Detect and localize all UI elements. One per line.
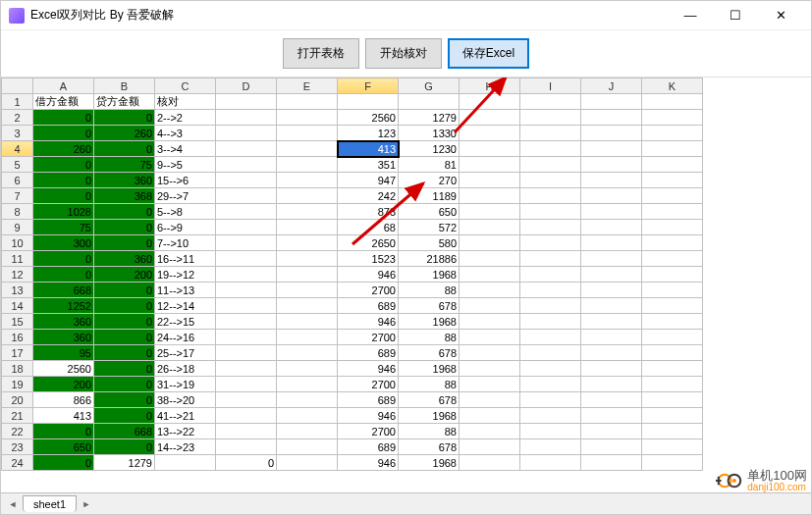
cell[interactable]: 12-->14 (155, 298, 216, 314)
cell[interactable] (642, 345, 703, 361)
cell[interactable] (277, 424, 338, 439)
cell[interactable] (520, 220, 581, 235)
cell[interactable] (460, 141, 520, 157)
row-header[interactable]: 1 (2, 94, 33, 110)
row-header[interactable]: 15 (2, 314, 33, 330)
row-header[interactable]: 22 (2, 424, 33, 439)
cell[interactable] (520, 126, 581, 141)
cell[interactable]: 200 (94, 267, 155, 283)
cell[interactable]: 0 (94, 235, 155, 251)
cell[interactable]: 0 (33, 157, 94, 173)
cell[interactable] (277, 94, 338, 110)
cell[interactable]: 15-->6 (155, 173, 216, 188)
cell[interactable] (155, 455, 216, 471)
cell[interactable]: 351 (338, 157, 399, 173)
cell[interactable] (581, 157, 642, 173)
cell[interactable]: 0 (94, 298, 155, 314)
cell[interactable]: 0 (94, 345, 155, 361)
cell[interactable] (277, 110, 338, 126)
cell[interactable]: 4-->3 (155, 126, 216, 141)
cell[interactable]: 22-->15 (155, 314, 216, 330)
cell[interactable] (216, 314, 277, 330)
cell[interactable] (216, 377, 277, 392)
cell[interactable] (216, 392, 277, 408)
cell[interactable]: 1279 (94, 455, 155, 471)
cell[interactable]: 668 (33, 283, 94, 298)
cell[interactable]: 678 (399, 298, 460, 314)
cell[interactable] (642, 173, 703, 188)
cell[interactable] (520, 439, 581, 455)
cell[interactable] (216, 235, 277, 251)
row-header[interactable]: 23 (2, 439, 33, 455)
cell[interactable]: 81 (399, 157, 460, 173)
row-header[interactable]: 18 (2, 361, 33, 377)
cell[interactable] (216, 361, 277, 377)
cell[interactable] (460, 204, 520, 220)
cell[interactable]: 核对 (155, 94, 216, 110)
cell[interactable]: 1189 (399, 188, 460, 204)
cell[interactable]: 360 (94, 173, 155, 188)
cell[interactable] (642, 267, 703, 283)
cell[interactable]: 360 (33, 330, 94, 345)
cell[interactable]: 0 (94, 204, 155, 220)
cell[interactable] (642, 110, 703, 126)
cell[interactable]: 1968 (399, 408, 460, 424)
cell[interactable] (642, 126, 703, 141)
cell[interactable] (642, 361, 703, 377)
cell[interactable]: 650 (399, 204, 460, 220)
cell[interactable] (277, 251, 338, 267)
cell[interactable] (581, 204, 642, 220)
cell[interactable]: 689 (338, 345, 399, 361)
cell[interactable] (581, 94, 642, 110)
cell[interactable] (460, 126, 520, 141)
row-header[interactable]: 11 (2, 251, 33, 267)
cell[interactable] (277, 141, 338, 157)
cell[interactable] (277, 314, 338, 330)
cell[interactable] (581, 408, 642, 424)
cell[interactable] (216, 157, 277, 173)
cell[interactable] (581, 377, 642, 392)
cell[interactable] (581, 361, 642, 377)
cell[interactable] (520, 173, 581, 188)
cell[interactable] (581, 439, 642, 455)
cell[interactable] (642, 377, 703, 392)
cell[interactable]: 2560 (338, 110, 399, 126)
cell[interactable] (581, 235, 642, 251)
cell[interactable]: 873 (338, 204, 399, 220)
cell[interactable] (460, 361, 520, 377)
cell[interactable] (460, 188, 520, 204)
cell[interactable] (520, 157, 581, 173)
cell[interactable] (460, 345, 520, 361)
row-header[interactable]: 12 (2, 267, 33, 283)
cell[interactable]: 1252 (33, 298, 94, 314)
cell[interactable] (642, 455, 703, 471)
cell[interactable]: 0 (33, 173, 94, 188)
cell[interactable] (460, 439, 520, 455)
close-button[interactable]: ✕ (758, 1, 803, 30)
row-header[interactable]: 17 (2, 345, 33, 361)
cell[interactable]: 0 (94, 392, 155, 408)
cell[interactable] (520, 188, 581, 204)
cell[interactable] (460, 298, 520, 314)
cell[interactable] (216, 94, 277, 110)
cell[interactable]: 13-->22 (155, 424, 216, 439)
cell[interactable]: 689 (338, 392, 399, 408)
cell[interactable] (277, 361, 338, 377)
row-header[interactable]: 4 (2, 141, 33, 157)
cell[interactable] (338, 94, 399, 110)
cell[interactable]: 0 (94, 110, 155, 126)
cell[interactable]: 866 (33, 392, 94, 408)
cell[interactable]: 123 (338, 126, 399, 141)
cell[interactable]: 368 (94, 188, 155, 204)
cell[interactable]: 2700 (338, 424, 399, 439)
cell[interactable]: 580 (399, 235, 460, 251)
cell[interactable] (520, 141, 581, 157)
cell[interactable]: 1968 (399, 267, 460, 283)
cell[interactable]: 947 (338, 173, 399, 188)
cell[interactable] (581, 314, 642, 330)
cell[interactable] (277, 377, 338, 392)
cell[interactable] (581, 283, 642, 298)
cell[interactable] (460, 330, 520, 345)
row-header[interactable]: 14 (2, 298, 33, 314)
cell[interactable] (277, 455, 338, 471)
